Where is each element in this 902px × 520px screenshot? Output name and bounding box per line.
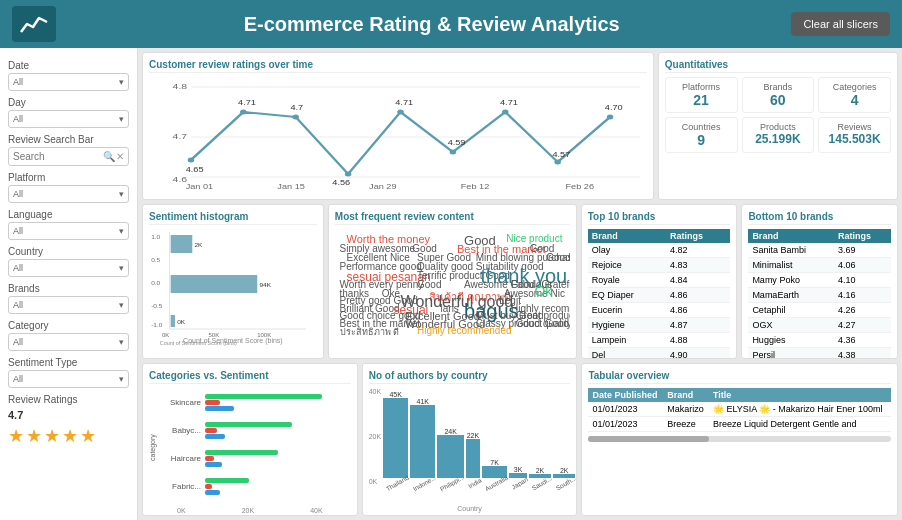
tabular-scrollbar[interactable] bbox=[588, 436, 891, 442]
bottom10-table: Brand Ratings Sanita Bambi3.69Minimalist… bbox=[748, 229, 891, 359]
language-select[interactable]: All ▾ bbox=[8, 222, 129, 240]
babyc-neu-bar bbox=[205, 434, 225, 439]
country-label: Country bbox=[8, 246, 129, 257]
svg-text:-0.5: -0.5 bbox=[151, 302, 163, 309]
authors-country-card: No of authors by country 40K 20K 0K 45KT… bbox=[362, 363, 578, 516]
svg-point-24 bbox=[397, 110, 404, 115]
babyc-neg-bar bbox=[205, 428, 217, 433]
search-icon: 🔍 bbox=[103, 151, 115, 162]
search-bar[interactable]: 🔍 ✕ bbox=[8, 147, 129, 166]
rating-cell: 4.86 bbox=[666, 303, 730, 318]
category-label: Category bbox=[8, 320, 129, 331]
table-row: Del4.90 bbox=[588, 348, 731, 360]
top10-brands-card: Top 10 brands Brand Ratings Olay4.82Rejo… bbox=[581, 204, 738, 359]
svg-point-23 bbox=[345, 172, 352, 177]
rating-cell: 4.82 bbox=[666, 243, 730, 258]
line-chart-svg: 4.8 4.7 4.6 4.65 4.71 4.7 4.56 4.71 bbox=[149, 77, 647, 187]
category-fabric-row: Fabric... bbox=[156, 478, 351, 495]
country-select[interactable]: All ▾ bbox=[8, 259, 129, 277]
rating-cell: 4.36 bbox=[834, 333, 891, 348]
header: E-commerce Rating & Review Analytics Cle… bbox=[0, 0, 902, 48]
date-cell: 01/01/2023 bbox=[588, 417, 663, 432]
svg-text:4.7: 4.7 bbox=[173, 132, 188, 141]
svg-point-26 bbox=[502, 110, 509, 115]
svg-point-27 bbox=[554, 160, 561, 165]
chart-line-icon bbox=[19, 12, 49, 36]
x-tick-40k: 40K bbox=[310, 507, 322, 514]
table-row: Minimalist4.06 bbox=[748, 258, 891, 273]
sentiment-select[interactable]: All ▾ bbox=[8, 370, 129, 388]
rating-cell: 4.86 bbox=[666, 288, 730, 303]
day-select[interactable]: All ▾ bbox=[8, 110, 129, 128]
categories-sentiment-card: Categories vs. Sentiment category Skinca… bbox=[142, 363, 358, 516]
country-value-label: 45K bbox=[389, 391, 401, 398]
title-cell: Breeze Liquid Detergent Gentle and bbox=[709, 417, 891, 432]
haircare-pos-bar bbox=[205, 450, 278, 455]
svg-text:Jan 29: Jan 29 bbox=[369, 183, 397, 191]
svg-text:0.5: 0.5 bbox=[151, 256, 161, 263]
tabular-title: Tabular overview bbox=[588, 370, 891, 384]
word-cloud-word: Good bbox=[546, 252, 570, 263]
category-select[interactable]: All ▾ bbox=[8, 333, 129, 351]
country-value-label: 3K bbox=[514, 466, 523, 473]
country-bar bbox=[466, 439, 480, 478]
babyc-label: Babyc... bbox=[156, 426, 201, 435]
authors-country-title: No of authors by country bbox=[369, 370, 571, 384]
platform-chevron-icon: ▾ bbox=[119, 189, 124, 199]
brand-cell: EQ Diaper bbox=[588, 288, 666, 303]
country-bar-group: 3KJapan bbox=[509, 466, 527, 487]
wordcloud-content: Worth the moneyGoodNice productSimply aw… bbox=[335, 229, 570, 344]
brands-select[interactable]: All ▾ bbox=[8, 296, 129, 314]
svg-text:4.65: 4.65 bbox=[186, 166, 204, 174]
x-tick-0k: 0K bbox=[177, 507, 186, 514]
platform-select[interactable]: All ▾ bbox=[8, 185, 129, 203]
quant-products: Products 25.199K bbox=[742, 117, 815, 153]
rating-cell: 4.88 bbox=[666, 333, 730, 348]
babyc-pos-bar bbox=[205, 422, 292, 427]
date-select[interactable]: All ▾ bbox=[8, 73, 129, 91]
clear-slicers-button[interactable]: Clear all slicers bbox=[791, 12, 890, 36]
rating-cell: 4.27 bbox=[834, 318, 891, 333]
star-2: ★ bbox=[26, 425, 42, 447]
table-row: EQ Diaper4.86 bbox=[588, 288, 731, 303]
brand-cell: Makarizo bbox=[663, 402, 709, 417]
country-bar-group: 24KPhilippi... bbox=[437, 428, 463, 487]
clear-search-icon[interactable]: ✕ bbox=[116, 151, 124, 162]
review-search-label: Review Search Bar bbox=[8, 134, 129, 145]
svg-rect-34 bbox=[171, 235, 193, 253]
country-bar bbox=[410, 405, 435, 478]
svg-text:1.0: 1.0 bbox=[151, 233, 161, 240]
rating-value: 4.7 bbox=[8, 409, 129, 421]
date-chevron-icon: ▾ bbox=[119, 77, 124, 87]
top10-col-brand: Brand bbox=[588, 229, 666, 243]
country-value-label: 2K bbox=[560, 467, 569, 474]
table-row: Mamy Poko4.10 bbox=[748, 273, 891, 288]
word-cloud-word: Good quality product Good bbox=[516, 318, 570, 329]
sidebar: Date All ▾ Day All ▾ Review Search Bar 🔍… bbox=[0, 48, 138, 520]
language-label: Language bbox=[8, 209, 129, 220]
categories-x-ticks: 0K 20K 40K bbox=[149, 507, 351, 514]
svg-text:4.8: 4.8 bbox=[173, 82, 188, 91]
x-tick-20k: 20K bbox=[242, 507, 254, 514]
category-value: All bbox=[13, 337, 23, 347]
country-value: All bbox=[13, 263, 23, 273]
top10-col-ratings: Ratings bbox=[666, 229, 730, 243]
svg-text:4.57: 4.57 bbox=[552, 151, 570, 159]
rating-cell: 4.90 bbox=[666, 348, 730, 360]
bottom10-col-ratings: Ratings bbox=[834, 229, 891, 243]
svg-text:0K: 0K bbox=[162, 332, 169, 338]
search-input[interactable] bbox=[13, 151, 102, 162]
country-bars-container: 45KThailand41KIndone...24KPhilippi...22K… bbox=[383, 388, 577, 509]
svg-text:-1.0: -1.0 bbox=[151, 321, 163, 328]
table-row: OGX4.27 bbox=[748, 318, 891, 333]
country-bar bbox=[383, 398, 408, 478]
tabular-scrollbar-thumb bbox=[588, 436, 709, 442]
brands-chevron-icon: ▾ bbox=[119, 300, 124, 310]
rating-cell: 4.83 bbox=[666, 258, 730, 273]
brand-cell: Minimalist bbox=[748, 258, 834, 273]
skincare-label: Skincare bbox=[156, 398, 201, 407]
haircare-neg-bar bbox=[205, 456, 214, 461]
logo bbox=[12, 6, 56, 42]
skincare-pos-bar bbox=[205, 394, 322, 399]
star-rating: ★ ★ ★ ★ ★ bbox=[8, 425, 129, 447]
